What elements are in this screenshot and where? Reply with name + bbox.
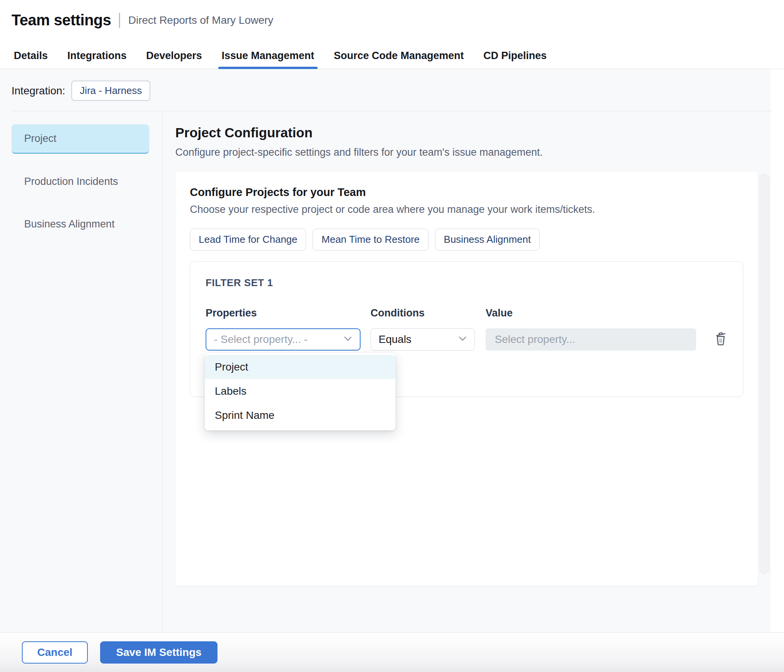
- tab-label: CD Pipelines: [483, 50, 547, 62]
- save-im-settings-button[interactable]: Save IM Settings: [100, 641, 218, 664]
- tab-label: Integrations: [68, 50, 127, 62]
- footer-action-bar: Cancel Save IM Settings: [0, 632, 784, 672]
- page-subtitle: Direct Reports of Mary Lowery: [128, 14, 273, 26]
- sidebar-item-production-incidents[interactable]: Production Incidents: [12, 167, 149, 196]
- chip-mean-time-to-restore[interactable]: Mean Time to Restore: [313, 229, 428, 250]
- conditions-column-label: Conditions: [371, 307, 475, 319]
- sidebar-item-label: Project: [24, 133, 56, 145]
- property-dropdown-menu: Project Labels Sprint Name: [205, 353, 395, 430]
- condition-select-value: Equals: [379, 333, 412, 346]
- value-column-label: Value: [486, 307, 696, 319]
- property-select[interactable]: - Select property... -: [206, 328, 361, 351]
- integration-label: Integration:: [12, 85, 65, 97]
- tab-details[interactable]: Details: [10, 43, 51, 69]
- main-panel: Project Configuration Configure project-…: [163, 111, 771, 632]
- sidebar-item-label: Business Alignment: [24, 218, 115, 230]
- card-title: Configure Projects for your Team: [190, 186, 743, 199]
- tab-source-code-management[interactable]: Source Code Management: [330, 43, 467, 69]
- settings-sidebar: Project Production Incidents Business Al…: [0, 111, 163, 632]
- tab-label: Details: [14, 50, 48, 62]
- dropdown-option-labels[interactable]: Labels: [205, 379, 395, 403]
- integration-chip[interactable]: Jira - Harness: [71, 81, 150, 101]
- property-select-value: - Select property... -: [214, 333, 308, 346]
- tab-label: Issue Management: [222, 50, 315, 62]
- chip-business-alignment[interactable]: Business Alignment: [435, 229, 540, 250]
- configure-projects-card: Configure Projects for your Team Choose …: [175, 171, 758, 586]
- delete-filter-button[interactable]: [714, 330, 728, 347]
- integration-row: Integration: Jira - Harness: [0, 69, 771, 101]
- sidebar-item-project[interactable]: Project: [12, 124, 149, 154]
- trash-icon: [714, 330, 728, 347]
- value-input: [486, 328, 696, 351]
- title-separator: [119, 13, 120, 28]
- tab-issue-management[interactable]: Issue Management: [218, 43, 318, 69]
- section-title: Project Configuration: [175, 125, 758, 140]
- dropdown-option-project[interactable]: Project: [205, 355, 395, 379]
- filter-set-card: FILTER SET 1 Properties - Select propert…: [190, 261, 743, 397]
- cancel-button[interactable]: Cancel: [22, 641, 88, 664]
- dropdown-option-sprint-name[interactable]: Sprint Name: [205, 403, 395, 427]
- card-subtitle: Choose your respective project or code a…: [190, 204, 743, 216]
- sidebar-item-label: Production Incidents: [24, 176, 118, 188]
- page-title: Team settings: [12, 12, 111, 29]
- tab-label: Developers: [146, 50, 202, 62]
- section-description: Configure project-specific settings and …: [175, 147, 758, 158]
- tab-developers[interactable]: Developers: [143, 43, 206, 69]
- content-area: Integration: Jira - Harness Project Prod…: [0, 69, 771, 632]
- tab-label: Source Code Management: [334, 50, 464, 62]
- chevron-down-icon: [458, 336, 467, 343]
- metric-chip-row: Lead Time for Change Mean Time to Restor…: [190, 229, 743, 250]
- tab-bar: Details Integrations Developers Issue Ma…: [0, 43, 784, 69]
- properties-column-label: Properties: [206, 307, 361, 319]
- chip-lead-time-for-change[interactable]: Lead Time for Change: [190, 229, 306, 250]
- page-header: Team settings Direct Reports of Mary Low…: [0, 0, 784, 43]
- sidebar-item-business-alignment[interactable]: Business Alignment: [12, 209, 149, 239]
- chevron-down-icon: [344, 336, 352, 343]
- tab-integrations[interactable]: Integrations: [64, 43, 130, 69]
- filter-set-title: FILTER SET 1: [206, 277, 728, 289]
- team-settings-page: Team settings Direct Reports of Mary Low…: [0, 0, 784, 672]
- condition-select[interactable]: Equals: [371, 328, 475, 351]
- vertical-scrollbar-thumb[interactable]: [759, 174, 769, 574]
- tab-cd-pipelines[interactable]: CD Pipelines: [480, 43, 550, 69]
